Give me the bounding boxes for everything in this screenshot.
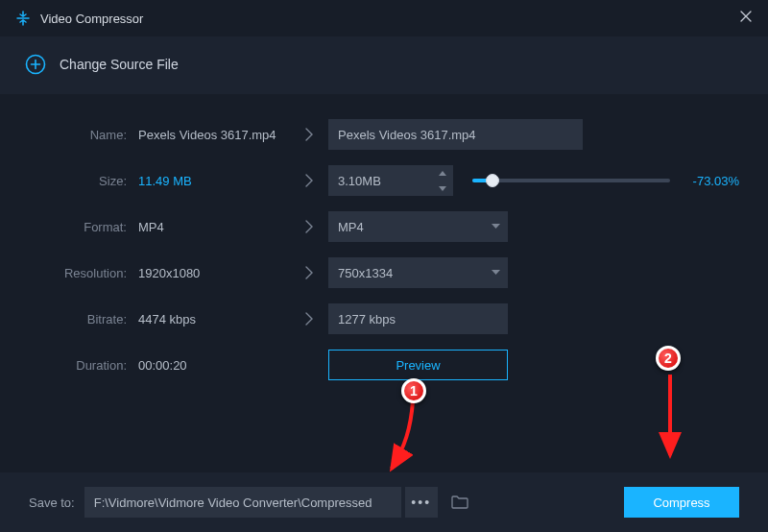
name-target: Pexels Videos 3617.mp4 bbox=[338, 128, 476, 142]
browse-path-button[interactable]: ••• bbox=[405, 487, 438, 518]
close-button[interactable] bbox=[739, 10, 753, 27]
resolution-row: Resolution: 1920x1080 750x1334 bbox=[29, 255, 739, 290]
bitrate-target-box: 1277 kbps bbox=[328, 303, 508, 334]
save-path-box[interactable]: F:\Vidmore\Vidmore Video Converter\Compr… bbox=[84, 487, 401, 518]
app-window: Video Compressor Change Source File Name… bbox=[0, 0, 768, 532]
bitrate-row: Bitrate: 4474 kbps 1277 kbps bbox=[29, 302, 739, 336]
name-row: Name: Pexels Videos 3617.mp4 Pexels Vide… bbox=[29, 117, 739, 152]
chevron-right-icon bbox=[290, 312, 328, 326]
compress-button[interactable]: Compress bbox=[624, 487, 739, 518]
name-original: Pexels Videos 3617.mp4 bbox=[127, 128, 290, 142]
resolution-original: 1920x1080 bbox=[127, 266, 290, 280]
name-label: Name: bbox=[29, 128, 127, 142]
format-target: MP4 bbox=[338, 220, 364, 234]
duration-label: Duration: bbox=[29, 358, 127, 373]
add-icon bbox=[25, 54, 46, 75]
size-step-down[interactable] bbox=[432, 181, 453, 196]
caret-down-icon bbox=[492, 211, 500, 242]
annotation-marker-1: 1 bbox=[401, 378, 426, 403]
change-source-row[interactable]: Change Source File bbox=[0, 36, 768, 94]
format-row: Format: MP4 MP4 bbox=[29, 209, 739, 244]
duration-value: 00:00:20 bbox=[127, 358, 290, 373]
resolution-label: Resolution: bbox=[29, 266, 127, 280]
chevron-right-icon bbox=[290, 174, 328, 187]
compress-icon bbox=[15, 11, 31, 26]
size-target: 3.10MB bbox=[338, 174, 381, 188]
resolution-target: 750x1334 bbox=[338, 266, 393, 280]
caret-down-icon bbox=[492, 257, 500, 288]
format-label: Format: bbox=[29, 220, 127, 234]
size-step-up[interactable] bbox=[432, 165, 453, 181]
bitrate-label: Bitrate: bbox=[29, 312, 127, 326]
chevron-right-icon bbox=[290, 266, 328, 279]
duration-row: Duration: 00:00:20 Preview bbox=[29, 348, 739, 382]
name-input[interactable]: Pexels Videos 3617.mp4 bbox=[328, 119, 583, 150]
open-folder-button[interactable] bbox=[445, 487, 474, 518]
size-label: Size: bbox=[29, 174, 127, 188]
save-to-label: Save to: bbox=[29, 496, 75, 510]
resolution-select[interactable]: 750x1334 bbox=[328, 257, 508, 288]
slider-thumb[interactable] bbox=[486, 174, 499, 187]
bitrate-original: 4474 kbps bbox=[127, 312, 290, 326]
format-original: MP4 bbox=[127, 220, 290, 234]
size-slider[interactable] bbox=[472, 179, 670, 182]
title-bar: Video Compressor bbox=[0, 0, 768, 36]
preview-button[interactable]: Preview bbox=[328, 350, 508, 380]
size-target-stepper[interactable]: 3.10MB bbox=[328, 165, 453, 196]
annotation-marker-2: 2 bbox=[656, 346, 681, 371]
chevron-right-icon bbox=[290, 220, 328, 233]
size-percent: -73.03% bbox=[684, 174, 739, 188]
change-source-label: Change Source File bbox=[60, 57, 179, 72]
size-row: Size: 11.49 MB 3.10MB bbox=[29, 163, 739, 198]
size-original: 11.49 MB bbox=[127, 174, 290, 188]
chevron-right-icon bbox=[290, 128, 328, 141]
format-select[interactable]: MP4 bbox=[328, 211, 508, 242]
annotation-arrow-2 bbox=[660, 371, 680, 467]
bitrate-target: 1277 kbps bbox=[338, 312, 396, 326]
save-path: F:\Vidmore\Vidmore Video Converter\Compr… bbox=[94, 496, 372, 510]
annotation-arrow-1 bbox=[384, 394, 451, 480]
window-title: Video Compressor bbox=[40, 12, 143, 26]
compress-settings: Name: Pexels Videos 3617.mp4 Pexels Vide… bbox=[0, 94, 768, 472]
footer-bar: Save to: F:\Vidmore\Vidmore Video Conver… bbox=[0, 472, 768, 532]
